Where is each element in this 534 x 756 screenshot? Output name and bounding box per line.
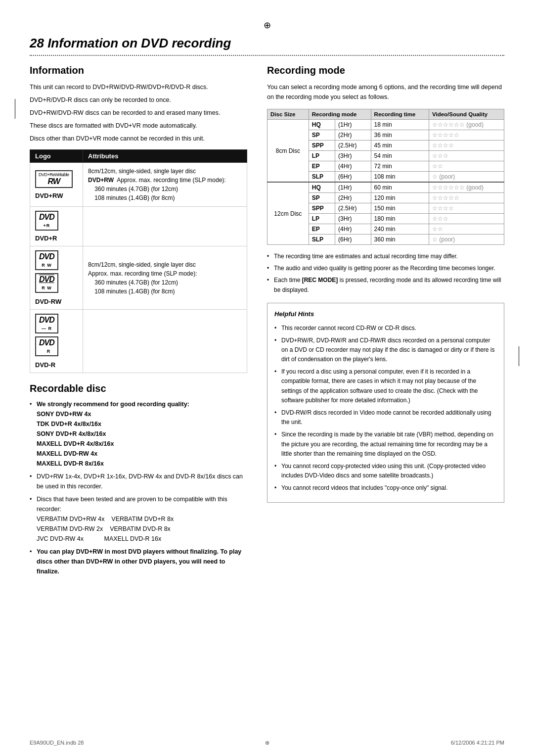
dvdrw-logo-cell: DVD+ReWritable RW DVD+RW bbox=[30, 163, 83, 207]
logo-col-header: Logo bbox=[30, 150, 83, 163]
recording-notes-list: The recording time are estimates and act… bbox=[267, 252, 504, 295]
recording-mode-title: Recording mode bbox=[267, 65, 504, 76]
dvdplusr-attributes bbox=[83, 207, 247, 246]
left-column: Information This unit can record to DVD+… bbox=[30, 65, 247, 579]
timelabel-hq-12cm: (1Hr) bbox=[335, 182, 371, 193]
helpful-hints-box: Helpful Hints This recorder cannot recor… bbox=[267, 303, 504, 503]
mode-hq-12cm: HQ bbox=[309, 182, 335, 193]
video-sound-header: Video/Sound Quality bbox=[429, 109, 504, 120]
dvdminusrw-logo-cell: DVD R W DVD R W DVD-RW bbox=[30, 246, 83, 310]
mode-slp-8cm: SLP bbox=[309, 172, 335, 183]
time-hq-8cm: 18 min bbox=[371, 120, 429, 130]
hint-item-7: You cannot record videos that includes "… bbox=[274, 483, 497, 493]
quality-lp-8cm: ☆☆☆ bbox=[429, 151, 504, 161]
dvdrw-label: DVD+RW bbox=[35, 192, 63, 199]
rec-note-2: The audio and video quality is getting p… bbox=[267, 264, 504, 273]
compass-bottom-right-icon: ⊕ bbox=[265, 740, 269, 746]
quality-sp-8cm: ☆☆☆☆☆ bbox=[429, 130, 504, 141]
hint-item-4: DVD-RW/R discs recorded in Video mode ca… bbox=[274, 408, 497, 427]
page-title: 28 Information on DVD recording bbox=[30, 36, 504, 51]
table-row: DVD — R DVD R DVD-R bbox=[30, 310, 247, 373]
hint-item-5: Since the recording is made by the varia… bbox=[274, 430, 497, 459]
time-sp-8cm: 36 min bbox=[371, 130, 429, 141]
dvdminusr-label: DVD-R bbox=[35, 361, 55, 369]
info-para-4: These discs are formatted with DVD+VR mo… bbox=[30, 121, 247, 131]
quality-sp-12cm: ☆☆☆☆☆ bbox=[429, 193, 504, 203]
quality-slp-12cm: ☆ (poor) bbox=[429, 235, 504, 245]
info-para-3: DVD+RW/DVD-RW discs can be recorded to a… bbox=[30, 108, 247, 118]
12cm-disc-cell: 12cm Disc bbox=[267, 182, 309, 245]
table-row: 12cm Disc HQ (1Hr) 60 min ☆☆☆☆☆☆ (good) bbox=[267, 182, 504, 193]
margin-mark-left bbox=[15, 99, 15, 119]
table-row: DVD R W DVD R W DVD-RW 8 bbox=[30, 246, 247, 310]
mode-slp-12cm: SLP bbox=[309, 235, 335, 245]
time-ep-8cm: 72 min bbox=[371, 161, 429, 172]
quality-spp-8cm: ☆☆☆☆ bbox=[429, 141, 504, 151]
rec-note-1: The recording time are estimates and act… bbox=[267, 252, 504, 261]
dvdminusrw-label: DVD-RW bbox=[35, 298, 61, 305]
dvdminusrw-attributes: 8cm/12cm, single-sided, single layer dis… bbox=[83, 246, 247, 310]
time-lp-8cm: 54 min bbox=[371, 151, 429, 161]
timelabel-lp-8cm: (3Hr) bbox=[335, 151, 371, 161]
table-row: DVD+ReWritable RW DVD+RW 8cm/12cm, singl… bbox=[30, 163, 247, 207]
dvdrw-attributes: 8cm/12cm, single-sided, single layer dis… bbox=[83, 163, 247, 207]
mode-sp-8cm: SP bbox=[309, 130, 335, 141]
two-column-layout: Information This unit can record to DVD+… bbox=[30, 65, 504, 579]
right-column: Recording mode You can select a recordin… bbox=[267, 65, 504, 579]
time-spp-8cm: 45 min bbox=[371, 141, 429, 151]
mode-ep-12cm: EP bbox=[309, 224, 335, 235]
time-lp-12cm: 180 min bbox=[371, 214, 429, 224]
timelabel-sp-12cm: (2Hr) bbox=[335, 193, 371, 203]
time-spp-12cm: 150 min bbox=[371, 203, 429, 214]
quality-slp-8cm: ☆ (poor) bbox=[429, 172, 504, 183]
rec-note-3: Each time [REC MODE] is pressed, recordi… bbox=[267, 276, 504, 294]
timelabel-slp-12cm: (6Hr) bbox=[335, 235, 371, 245]
mode-hq-8cm: HQ bbox=[309, 120, 335, 130]
8cm-disc-cell: 8cm Disc bbox=[267, 120, 309, 183]
hint-item-2: DVD+RW/R, DVD-RW/R and CD-RW/R discs rec… bbox=[274, 336, 497, 365]
dvdminusr-attributes bbox=[83, 310, 247, 373]
timelabel-slp-8cm: (6Hr) bbox=[335, 172, 371, 183]
hint-item-1: This recorder cannot record CD-RW or CD-… bbox=[274, 324, 497, 333]
info-section-title: Information bbox=[30, 65, 247, 76]
mode-spp-12cm: SPP bbox=[309, 203, 335, 214]
hint-item-3: If you record a disc using a personal co… bbox=[274, 367, 497, 405]
info-para-2: DVD+R/DVD-R discs can only be recorded t… bbox=[30, 95, 247, 105]
info-para-5: Discs other than DVD+VR mode cannot be r… bbox=[30, 134, 247, 143]
timelabel-spp-12cm: (2.5Hr) bbox=[335, 203, 371, 214]
margin-mark-right bbox=[519, 346, 519, 366]
dotted-divider bbox=[30, 55, 504, 56]
compass-top-icon: ⊕ bbox=[30, 20, 504, 31]
timelabel-spp-8cm: (2.5Hr) bbox=[335, 141, 371, 151]
time-sp-12cm: 120 min bbox=[371, 193, 429, 203]
recordable-disc-list: We strongly recommend for good recording… bbox=[30, 399, 247, 576]
recording-mode-intro: You can select a recording mode among 6 … bbox=[267, 82, 504, 102]
time-slp-12cm: 360 min bbox=[371, 235, 429, 245]
dvdplusr-logo-cell: DVD +R DVD+R bbox=[30, 207, 83, 246]
quality-spp-12cm: ☆☆☆☆ bbox=[429, 203, 504, 214]
recordable-disc-title: Recordable disc bbox=[30, 383, 247, 394]
timelabel-ep-12cm: (4Hr) bbox=[335, 224, 371, 235]
mode-spp-8cm: SPP bbox=[309, 141, 335, 151]
dvdplusr-label: DVD+R bbox=[35, 235, 57, 242]
disc-size-header: Disc Size bbox=[267, 109, 309, 120]
page-footer: E9A90UD_EN.indb 28 ⊕ 6/12/2006 4:21:21 P… bbox=[30, 740, 504, 746]
helpful-hints-list: This recorder cannot record CD-RW or CD-… bbox=[274, 324, 497, 493]
table-header-row: Disc Size Recording mode Recording time … bbox=[267, 109, 504, 120]
mode-lp-12cm: LP bbox=[309, 214, 335, 224]
list-item: Discs that have been tested and are prov… bbox=[30, 494, 247, 544]
info-para-1: This unit can record to DVD+RW/DVD-RW/DV… bbox=[30, 82, 247, 92]
mode-sp-12cm: SP bbox=[309, 193, 335, 203]
list-item: We strongly recommend for good recording… bbox=[30, 399, 247, 469]
footer-left: E9A90UD_EN.indb 28 bbox=[30, 740, 84, 746]
timelabel-lp-12cm: (3Hr) bbox=[335, 214, 371, 224]
quality-ep-12cm: ☆☆ bbox=[429, 224, 504, 235]
hint-item-6: You cannot record copy-protected video u… bbox=[274, 462, 497, 480]
recording-mode-table: Disc Size Recording mode Recording time … bbox=[267, 109, 504, 245]
list-item: You can play DVD+RW in most DVD players … bbox=[30, 547, 247, 576]
list-item: DVD+RW 1x-4x, DVD+R 1x-16x, DVD-RW 4x an… bbox=[30, 472, 247, 491]
quality-ep-8cm: ☆☆ bbox=[429, 161, 504, 172]
mode-ep-8cm: EP bbox=[309, 161, 335, 172]
helpful-hints-title: Helpful Hints bbox=[274, 309, 497, 320]
footer-right: 6/12/2006 4:21:21 PM bbox=[451, 740, 504, 746]
